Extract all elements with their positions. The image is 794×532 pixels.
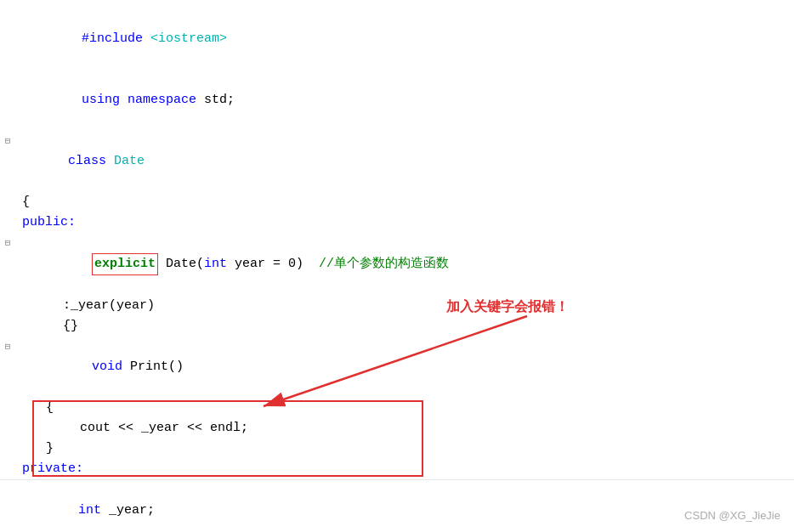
code-line-1: #include <iostream> [0, 8, 794, 70]
code-line-14: int _year; [0, 480, 794, 532]
keyword-include: #include [82, 31, 150, 46]
code-line-7: :_year(year) [0, 296, 794, 316]
code-line-4: { [0, 192, 794, 212]
code-content-5: public: [15, 212, 794, 233]
code-content-2: using namespace std; [29, 70, 794, 131]
code-content-8: {} [15, 316, 794, 337]
keyword-int-param: int [204, 257, 227, 271]
annotation-text: 加入关键字会报错！ [446, 299, 569, 314]
code-content-9: void Print() [15, 337, 794, 398]
keyword-void: void [92, 359, 122, 374]
code-content-1: #include <iostream> [29, 8, 794, 70]
keyword-namespace: namespace [128, 93, 204, 107]
code-content-3: class Date [15, 131, 794, 192]
keyword-using: using [82, 93, 128, 107]
keyword-class: class [68, 154, 114, 168]
code-content-11: cout << _year << endl; [15, 418, 794, 439]
code-line-9: ⊟ void Print() [0, 337, 794, 398]
year-member: _year; [101, 503, 155, 518]
explicit-keyword-box: explicit [92, 253, 158, 275]
code-line-5: public: [0, 212, 794, 233]
code-content-13: private: [15, 459, 794, 479]
line-indicator-1 [15, 10, 29, 28]
keyword-int-member: int [78, 503, 101, 518]
code-content-4: { [15, 192, 794, 212]
keyword-public: public: [22, 215, 76, 229]
code-container: #include <iostream> using namespace std;… [0, 0, 794, 532]
collapse-indicator-9[interactable]: ⊟ [0, 340, 15, 355]
code-content-7: :_year(year) [15, 296, 794, 316]
code-line-11: cout << _year << endl; [0, 418, 794, 439]
keyword-private: private: [22, 461, 83, 476]
line-indicator-2 [15, 71, 29, 89]
class-date: Date [114, 154, 145, 168]
year-param: year = 0) [227, 257, 319, 271]
date-constructor: Date( [158, 257, 204, 271]
code-line-10: { [0, 398, 794, 418]
header-iostream: <iostream> [150, 31, 227, 46]
credit-text: CSDN @XG_JieJie [684, 507, 780, 525]
collapse-indicator-6[interactable]: ⊟ [0, 236, 15, 252]
code-content-14: int _year; [15, 480, 794, 532]
print-method: Print() [122, 359, 184, 374]
collapse-indicator-3[interactable]: ⊟ [0, 134, 15, 150]
code-content-10: { [15, 398, 794, 418]
annotation-label: 加入关键字会报错！ [446, 296, 569, 319]
code-line-2: using namespace std; [0, 70, 794, 131]
code-line-13: private: [0, 459, 794, 479]
code-line-8: {} [0, 316, 794, 337]
code-line-12: } [0, 439, 794, 459]
comment-constructor: //单个参数的构造函数 [319, 257, 449, 271]
code-line-6: ⊟ explicit Date(int year = 0) //单个参数的构造函… [0, 233, 794, 296]
code-line-3: ⊟ class Date [0, 131, 794, 192]
code-content-12: } [15, 439, 794, 459]
code-content-6: explicit Date(int year = 0) //单个参数的构造函数 [15, 233, 794, 296]
std-text: std; [204, 93, 235, 107]
